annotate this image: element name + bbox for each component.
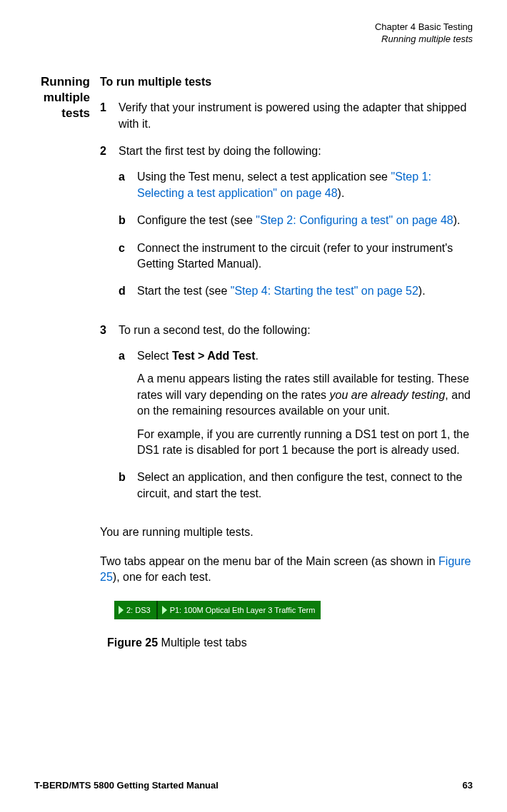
substep-a: a Select Test > Add Test. A a menu appea…: [119, 348, 473, 458]
tab-label: P1: 100M Optical Eth Layer 3 Traffic Ter…: [170, 605, 316, 616]
page-footer: T-BERD/MTS 5800 Getting Started Manual 6…: [34, 780, 473, 791]
text-post: .: [256, 350, 258, 362]
text-post: ), one for each test.: [113, 571, 211, 583]
step-text: Start the first test by doing the follow…: [119, 145, 321, 157]
step-1: 1 Verify that your instrument is powered…: [100, 100, 473, 132]
text-post: ).: [338, 187, 345, 199]
test-tab-1[interactable]: 2: DS3: [114, 601, 156, 619]
substep-label: a: [119, 169, 137, 201]
substep-label: a: [119, 348, 137, 458]
figure-caption: Figure 25 Multiple test tabs: [107, 635, 473, 651]
page-number: 63: [463, 780, 473, 791]
cross-ref-link[interactable]: "Step 4: Starting the test" on page 52: [231, 285, 418, 297]
substep-label: c: [119, 240, 137, 273]
menu-path: Test > Add Test: [172, 350, 256, 362]
substeps: a Using the Test menu, select a test app…: [119, 169, 473, 299]
figure-label: Figure 25: [107, 636, 158, 649]
substep-label: d: [119, 283, 137, 299]
result-text: You are running multiple tests.: [100, 524, 473, 540]
play-icon: [119, 606, 124, 614]
substep-text: Configure the test (see "Step 2: Configu…: [137, 213, 473, 228]
text-pre: Two tabs appear on the menu bar of the M…: [100, 555, 438, 567]
substep-text: Select an application, and then configur…: [137, 470, 473, 502]
step-content: To run a second test, do the following: …: [119, 323, 473, 514]
header-chapter: Chapter 4 Basic Testing: [14, 21, 473, 34]
step-number: 1: [100, 100, 119, 132]
step-number: 3: [100, 323, 119, 514]
procedure-title: To run multiple tests: [100, 74, 473, 90]
figure-title: Multiple test tabs: [158, 636, 247, 649]
tab-label: 2: DS3: [126, 605, 151, 616]
step-text: Verify that your instrument is powered u…: [119, 100, 473, 132]
substep-text: Select Test > Add Test. A a menu appears…: [137, 348, 473, 458]
play-icon: [162, 606, 167, 614]
example-paragraph: For example, if you are currently runnin…: [137, 427, 473, 459]
step-3: 3 To run a second test, do the following…: [100, 323, 473, 514]
cross-ref-link[interactable]: "Step 2: Configuring a test" on page 48: [256, 214, 453, 226]
substep-text: Connect the instrument to the circuit (r…: [137, 240, 473, 273]
note-paragraph: A a menu appears listing the rates still…: [137, 371, 473, 419]
text-post: ).: [418, 285, 426, 297]
figure-tabs: 2: DS3 P1: 100M Optical Eth Layer 3 Traf…: [114, 601, 473, 619]
step-content: Start the first test by doing the follow…: [119, 143, 473, 311]
step-number: 2: [100, 143, 119, 311]
step-2: 2 Start the first test by doing the foll…: [100, 143, 473, 311]
content-wrap: Running multiple tests To run multiple t…: [14, 74, 473, 651]
substep-label: b: [119, 213, 137, 228]
manual-title: T-BERD/MTS 5800 Getting Started Manual: [34, 780, 219, 791]
substep-b: b Configure the test (see "Step 2: Confi…: [119, 213, 473, 228]
substep-d: d Start the test (see "Step 4: Starting …: [119, 283, 473, 299]
italic-text: you are already testing: [329, 389, 445, 401]
text-pre: Select: [137, 350, 172, 362]
page-header: Chapter 4 Basic Testing Running multiple…: [14, 21, 473, 46]
text-pre: Configure the test (see: [137, 214, 256, 226]
text-pre: Start the test (see: [137, 285, 231, 297]
section-title: Running multiple tests: [14, 74, 100, 651]
tab-bar: 2: DS3 P1: 100M Optical Eth Layer 3 Traf…: [114, 601, 321, 619]
step-text: To run a second test, do the following:: [119, 324, 311, 336]
substep-b: b Select an application, and then config…: [119, 470, 473, 502]
substep-c: c Connect the instrument to the circuit …: [119, 240, 473, 273]
substep-label: b: [119, 470, 137, 502]
text-pre: Using the Test menu, select a test appli…: [137, 171, 391, 183]
main-content: To run multiple tests 1 Verify that your…: [100, 74, 473, 651]
substep-a: a Using the Test menu, select a test app…: [119, 169, 473, 201]
substep-text: Using the Test menu, select a test appli…: [137, 169, 473, 201]
substeps: a Select Test > Add Test. A a menu appea…: [119, 348, 473, 502]
text-post: ).: [453, 214, 461, 226]
header-section: Running multiple tests: [14, 34, 473, 46]
substep-text: Start the test (see "Step 4: Starting th…: [137, 283, 473, 299]
test-tab-2[interactable]: P1: 100M Optical Eth Layer 3 Traffic Ter…: [156, 601, 321, 619]
tabs-description: Two tabs appear on the menu bar of the M…: [100, 554, 473, 586]
